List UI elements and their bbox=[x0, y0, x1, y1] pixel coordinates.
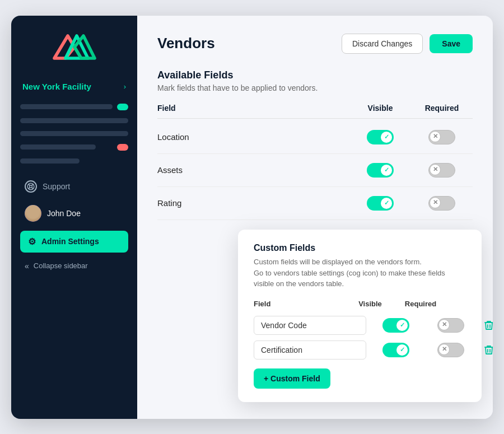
nav-items-list bbox=[11, 104, 137, 164]
x-icon: ✕ bbox=[433, 166, 438, 173]
assets-visible-toggle[interactable]: ✓ bbox=[367, 163, 394, 178]
svg-line-7 bbox=[32, 184, 33, 185]
rating-visible-toggle-cell: ✓ bbox=[349, 196, 411, 211]
assets-visible-toggle-cell: ✓ bbox=[349, 163, 411, 178]
custom-field-row-certification: ✓ ✕ bbox=[254, 340, 466, 360]
x-icon: ✕ bbox=[442, 346, 447, 353]
nav-item-1[interactable] bbox=[20, 104, 128, 110]
x-icon: ✕ bbox=[433, 133, 438, 140]
certification-visible-toggle[interactable]: ✓ bbox=[382, 343, 409, 357]
x-icon: ✕ bbox=[433, 199, 438, 206]
check-icon: ✓ bbox=[384, 199, 389, 207]
custom-fields-title: Custom Fields bbox=[254, 243, 466, 253]
svg-line-6 bbox=[32, 187, 33, 188]
facility-row[interactable]: New York Facility › bbox=[11, 78, 137, 95]
certification-input[interactable] bbox=[254, 340, 366, 360]
assets-required-toggle-cell: ✕ bbox=[411, 163, 473, 178]
save-button[interactable]: Save bbox=[430, 34, 473, 53]
check-icon: ✓ bbox=[400, 346, 405, 353]
popup-col-field: Field bbox=[254, 300, 345, 308]
admin-settings-label: Admin Settings bbox=[41, 237, 99, 246]
vendor-code-input[interactable] bbox=[254, 316, 366, 335]
x-icon: ✕ bbox=[442, 321, 447, 328]
sidebar: New York Facility › bbox=[11, 16, 137, 419]
facility-chevron-icon: › bbox=[124, 82, 126, 91]
collapse-label: Collapse sidebar bbox=[34, 262, 88, 270]
collapse-icon: « bbox=[25, 262, 29, 270]
col-header-field: Field bbox=[157, 104, 349, 113]
popup-fields-header: Field Visible Required bbox=[254, 300, 466, 310]
app-logo bbox=[52, 29, 97, 63]
nav-item-5[interactable] bbox=[20, 158, 128, 164]
custom-fields-desc-line1: Custom fields will be displayed on the v… bbox=[254, 258, 422, 266]
field-name-rating: Rating bbox=[157, 198, 349, 208]
add-custom-field-button[interactable]: + Custom Field bbox=[254, 368, 330, 389]
custom-fields-desc-line3: visible on the vendors table. bbox=[254, 279, 344, 288]
field-row-location: Location ✓ ✕ bbox=[157, 121, 473, 154]
support-label: Support bbox=[43, 182, 70, 191]
vendor-code-visible-toggle-cell: ✓ bbox=[371, 318, 421, 333]
nav-dot-green bbox=[117, 104, 128, 110]
svg-line-5 bbox=[29, 184, 30, 185]
rating-visible-toggle[interactable]: ✓ bbox=[367, 196, 394, 211]
check-icon: ✓ bbox=[400, 321, 405, 329]
logo-area bbox=[11, 29, 137, 63]
nav-item-3[interactable] bbox=[20, 131, 128, 136]
nav-item-2[interactable] bbox=[20, 118, 128, 123]
header-actions: Discard Changes Save bbox=[342, 34, 473, 54]
available-fields-title: Available Fields bbox=[157, 69, 473, 81]
vendor-code-required-toggle[interactable]: ✕ bbox=[437, 318, 464, 333]
popup-col-visible: Visible bbox=[345, 300, 395, 308]
sidebar-bottom: Support John Doe ⚙ Admin Settings « Coll… bbox=[11, 175, 137, 275]
location-visible-toggle[interactable]: ✓ bbox=[367, 130, 394, 144]
assets-required-toggle[interactable]: ✕ bbox=[428, 163, 455, 178]
vendor-code-required-toggle-cell: ✕ bbox=[426, 318, 476, 333]
location-visible-toggle-cell: ✓ bbox=[349, 130, 411, 144]
custom-fields-desc-line2: Go to vendors table settings (cog icon) … bbox=[254, 269, 445, 277]
page-header: Vendors Discard Changes Save bbox=[157, 34, 473, 54]
collapse-sidebar-button[interactable]: « Collapse sidebar bbox=[20, 257, 128, 275]
available-fields-table: Field Visible Required Location ✓ bbox=[157, 104, 473, 220]
admin-settings-button[interactable]: ⚙ Admin Settings bbox=[20, 231, 128, 253]
custom-fields-desc: Custom fields will be displayed on the v… bbox=[254, 256, 466, 290]
field-row-rating: Rating ✓ ✕ bbox=[157, 187, 473, 220]
vendor-code-visible-toggle[interactable]: ✓ bbox=[382, 318, 409, 333]
certification-required-toggle-cell: ✕ bbox=[426, 343, 476, 357]
available-fields-subtitle: Mark fields that have to be applied to v… bbox=[157, 83, 473, 92]
certification-required-toggle[interactable]: ✕ bbox=[437, 343, 464, 357]
location-required-toggle-cell: ✕ bbox=[411, 130, 473, 144]
user-name: John Doe bbox=[47, 209, 81, 218]
rating-required-toggle[interactable]: ✕ bbox=[428, 196, 455, 211]
field-row-assets: Assets ✓ ✕ bbox=[157, 154, 473, 187]
field-name-assets: Assets bbox=[157, 165, 349, 175]
svg-line-8 bbox=[29, 187, 30, 188]
rating-required-toggle-cell: ✕ bbox=[411, 196, 473, 211]
certification-visible-toggle-cell: ✓ bbox=[371, 343, 421, 357]
avatar bbox=[25, 205, 41, 222]
facility-name: New York Facility bbox=[22, 82, 122, 91]
fields-table-header: Field Visible Required bbox=[157, 104, 473, 119]
discard-changes-button[interactable]: Discard Changes bbox=[342, 34, 423, 54]
gear-icon: ⚙ bbox=[28, 236, 36, 247]
user-row[interactable]: John Doe bbox=[20, 200, 128, 226]
svg-point-4 bbox=[30, 185, 32, 188]
nav-dot-red bbox=[117, 144, 128, 151]
page-title: Vendors bbox=[157, 35, 215, 52]
vendor-code-delete-button[interactable] bbox=[480, 317, 493, 334]
available-fields-section: Available Fields Mark fields that have t… bbox=[157, 69, 473, 220]
field-name-location: Location bbox=[157, 132, 349, 142]
support-icon bbox=[25, 180, 37, 193]
support-item[interactable]: Support bbox=[20, 175, 128, 198]
col-header-required: Required bbox=[411, 104, 473, 113]
check-icon: ✓ bbox=[384, 166, 389, 174]
custom-field-row-vendor-code: ✓ ✕ bbox=[254, 316, 466, 335]
nav-item-4[interactable] bbox=[20, 144, 128, 151]
popup-col-required: Required bbox=[395, 300, 446, 308]
certification-delete-button[interactable] bbox=[480, 342, 493, 358]
location-required-toggle[interactable]: ✕ bbox=[428, 130, 455, 144]
check-icon: ✓ bbox=[384, 133, 389, 141]
custom-fields-popup: Custom Fields Custom fields will be disp… bbox=[238, 230, 482, 402]
main-content: Vendors Discard Changes Save Available F… bbox=[137, 16, 493, 419]
col-header-visible: Visible bbox=[349, 104, 411, 113]
